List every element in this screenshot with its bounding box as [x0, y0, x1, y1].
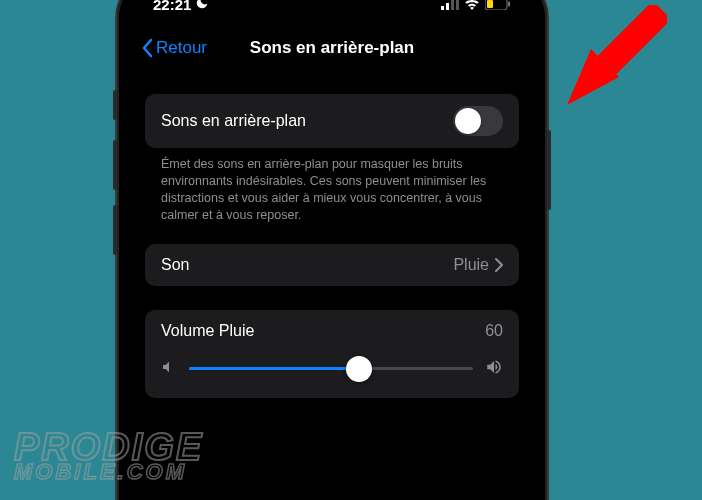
background-sounds-toggle[interactable]: [453, 106, 503, 136]
sound-selection-row[interactable]: Son Pluie: [145, 244, 519, 286]
speaker-low-icon: [161, 359, 177, 379]
back-button[interactable]: Retour: [141, 38, 207, 58]
toggle-description: Émet des sons en arrière-plan pour masqu…: [145, 148, 519, 244]
notch: [242, 0, 422, 10]
svg-rect-3: [456, 0, 459, 10]
chevron-right-icon: [495, 258, 503, 272]
slider-fill: [189, 367, 359, 370]
phone-mute-switch: [113, 90, 117, 120]
screen: 22:21 Retour So: [129, 0, 535, 500]
phone-volume-up: [113, 140, 117, 190]
background-sounds-toggle-row: Sons en arrière-plan: [145, 94, 519, 148]
volume-slider[interactable]: [189, 367, 473, 370]
nav-bar: Retour Sons en arrière-plan: [129, 26, 535, 70]
sound-value: Pluie: [453, 256, 489, 274]
content: Sons en arrière-plan Émet des sons en ar…: [129, 70, 535, 398]
moon-icon: [195, 0, 209, 13]
toggle-label: Sons en arrière-plan: [161, 112, 306, 130]
back-label: Retour: [156, 38, 207, 58]
status-time: 22:21: [153, 0, 191, 13]
svg-rect-0: [441, 6, 444, 10]
signal-icon: [441, 0, 459, 13]
volume-value: 60: [485, 322, 503, 340]
phone-frame: 22:21 Retour So: [117, 0, 547, 500]
battery-icon: [485, 0, 511, 13]
volume-label: Volume Pluie: [161, 322, 254, 340]
phone-volume-down: [113, 205, 117, 255]
wifi-icon: [464, 0, 480, 13]
page-title: Sons en arrière-plan: [250, 38, 414, 58]
annotation-arrow: [537, 5, 667, 149]
svg-rect-5: [487, 0, 493, 8]
toggle-knob: [455, 108, 481, 134]
svg-rect-6: [508, 1, 510, 6]
sound-label: Son: [161, 256, 189, 274]
svg-rect-2: [451, 0, 454, 10]
svg-rect-1: [446, 3, 449, 10]
speaker-high-icon: [485, 358, 503, 380]
chevron-left-icon: [141, 38, 153, 58]
volume-cell: Volume Pluie 60: [145, 310, 519, 398]
slider-thumb: [346, 356, 372, 382]
